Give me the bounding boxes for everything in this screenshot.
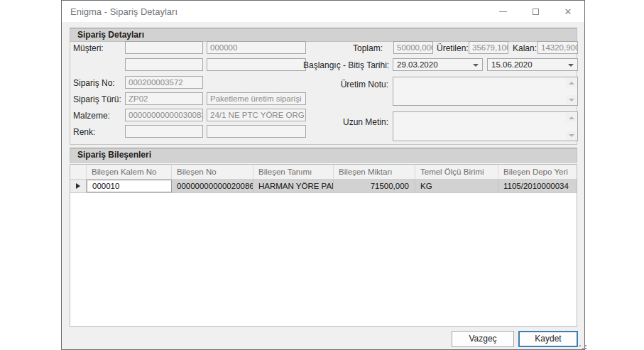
order-details-group-header: Sipariş Detayları	[70, 28, 577, 42]
start-date-value: 29.03.2020	[397, 60, 438, 69]
color-desc-field	[207, 125, 306, 138]
total-field: 50000,000	[393, 41, 433, 54]
end-date-dropdown[interactable]: 15.06.2020	[487, 58, 578, 71]
order-type-desc-field: Paketleme üretim siparişi	[207, 92, 306, 105]
window-title: Enigma - Sipariş Detayları	[62, 6, 178, 17]
production-note-label: Üretim Notu:	[310, 80, 388, 89]
cell-depo[interactable]: 1105/2010000034	[498, 180, 577, 192]
cell-miktar[interactable]: 71500,000	[334, 180, 415, 192]
cell-tanim[interactable]: HARMAN YÖRE PAMUK	[253, 180, 334, 192]
order-no-label: Sipariş No:	[73, 78, 115, 88]
maximize-icon	[533, 9, 539, 15]
scroll-up-icon[interactable]	[566, 113, 577, 122]
desktop-background: Enigma - Sipariş Detayları ✕ Sipariş Det…	[0, 0, 644, 350]
cell-kalem-no[interactable]: 000010	[87, 180, 172, 192]
column-header[interactable]: Bileşen No	[172, 165, 253, 179]
long-text-label: Uzun Metin:	[310, 117, 388, 127]
maximize-button[interactable]	[519, 1, 552, 22]
resize-grip[interactable]	[579, 345, 581, 346]
date-range-label: Başlangıç - Bitiş Tarihi:	[303, 60, 388, 70]
column-header[interactable]: Bileşen Miktarı	[334, 165, 415, 179]
production-note-textarea[interactable]	[393, 77, 578, 106]
color-label: Renk:	[73, 127, 95, 137]
grid-header-row: Bileşen Kalem No Bileşen No Bileşen Tanı…	[70, 165, 577, 180]
order-details-dialog: Enigma - Sipariş Detayları ✕ Sipariş Det…	[61, 0, 585, 350]
order-no-field: 000200003572	[125, 76, 203, 89]
remaining-field: 14320,900	[537, 41, 578, 54]
customer-code-field	[125, 41, 203, 54]
material-code-field: 000000000000300838	[125, 109, 203, 121]
minimize-button[interactable]	[486, 1, 519, 22]
material-label: Malzeme:	[73, 111, 110, 121]
customer-label: Müşteri:	[73, 43, 104, 53]
components-group-header: Sipariş Bileşenleri	[70, 148, 577, 163]
long-text-textarea[interactable]	[393, 111, 578, 141]
order-type-code-field: ZP02	[125, 92, 203, 105]
row-selector-cell[interactable]	[70, 180, 87, 192]
produced-label: Üretilen:	[437, 43, 469, 53]
cancel-button[interactable]: Vazgeç	[452, 331, 514, 347]
end-date-value: 15.06.2020	[491, 60, 533, 69]
color-code-field	[125, 125, 203, 138]
close-icon: ✕	[564, 6, 572, 17]
column-header[interactable]: Temel Ölçü Birimi	[415, 165, 498, 179]
chevron-down-icon	[568, 64, 574, 67]
row-selector-header	[70, 165, 87, 179]
produced-field: 35679,100	[469, 41, 508, 54]
scroll-down-icon[interactable]	[566, 95, 577, 104]
column-header[interactable]: Bileşen Tanımı	[253, 165, 334, 179]
start-date-dropdown[interactable]: 29.03.2020	[393, 58, 483, 71]
customer-number-field: 000000	[207, 41, 306, 54]
minimize-icon	[499, 11, 507, 12]
order-type-label: Sipariş Türü:	[73, 94, 121, 104]
chevron-down-icon	[473, 64, 479, 67]
table-row[interactable]: 000010 000000000000200866 HARMAN YÖRE PA…	[70, 180, 577, 193]
components-grid: Bileşen Kalem No Bileşen No Bileşen Tanı…	[70, 164, 577, 327]
cell-birim[interactable]: KG	[415, 180, 498, 192]
customer-name-field	[207, 58, 306, 71]
column-header[interactable]: Bileşen Depo Yeri	[498, 165, 577, 179]
scroll-down-icon[interactable]	[566, 131, 577, 140]
column-header[interactable]: Bileşen Kalem No	[87, 165, 172, 179]
remaining-label: Kalan:	[513, 43, 537, 53]
customer-code2-field	[125, 58, 203, 71]
save-button[interactable]: Kaydet	[518, 331, 578, 347]
scroll-up-icon[interactable]	[566, 78, 577, 87]
current-row-arrow-icon	[76, 183, 80, 189]
total-label: Toplam:	[340, 43, 383, 53]
material-desc-field: 24/1 NE PTC YÖRE ORG	[207, 109, 306, 121]
close-button[interactable]: ✕	[552, 1, 584, 22]
cell-bilesen-no[interactable]: 000000000000200866	[172, 180, 253, 192]
title-bar[interactable]: Enigma - Sipariş Detayları ✕	[62, 1, 584, 22]
